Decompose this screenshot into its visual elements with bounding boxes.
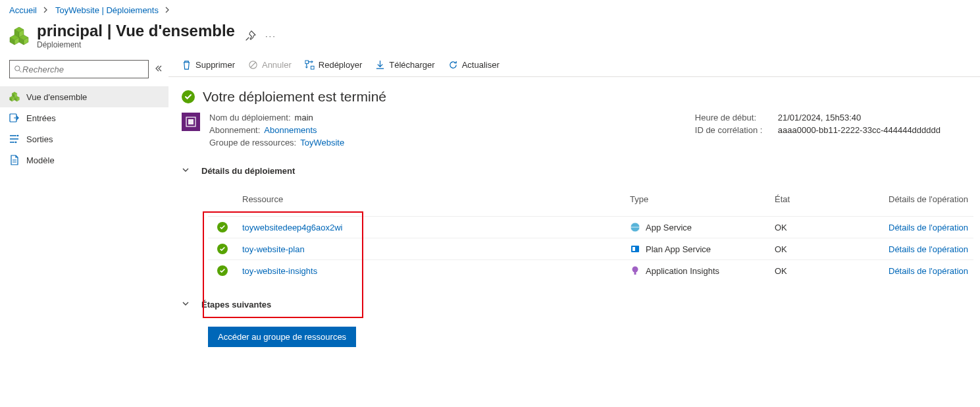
svg-point-25 — [15, 142, 17, 144]
delete-label: Supprimer — [195, 60, 235, 70]
deployment-table: Ressource Type État Détails de l'opérati… — [208, 188, 973, 281]
trash-icon — [182, 60, 192, 70]
redeploy-label: Redéployer — [319, 60, 363, 70]
sidebar-item-label: Sorties — [26, 134, 53, 144]
correlation-id-value: aaaa0000-bb11-2222-33cc-444444dddddd — [778, 125, 941, 135]
svg-rect-33 — [188, 119, 193, 124]
table-row: toy-website-plan Plan App Service OK Dét… — [208, 238, 973, 260]
svg-rect-36 — [632, 247, 635, 251]
subscription-link[interactable]: Abonnements — [264, 125, 317, 135]
resource-state: OK — [769, 260, 881, 282]
sidebar-item-overview[interactable]: Vue d'ensemble — [0, 86, 168, 107]
start-time-value: 21/01/2024, 15h53:40 — [778, 113, 862, 122]
resource-group-label: Groupe de ressources: — [209, 138, 296, 148]
resource-group-link[interactable]: ToyWebsite — [300, 138, 344, 148]
delete-button[interactable]: Supprimer — [182, 60, 235, 70]
deploy-name-value: main — [295, 113, 313, 122]
svg-rect-38 — [634, 272, 636, 275]
deployment-cubes-icon — [9, 92, 20, 102]
col-resource: Ressource — [237, 188, 625, 217]
chevron-down-icon[interactable] — [182, 166, 190, 176]
chevron-down-icon[interactable] — [182, 300, 190, 310]
deployment-cubes-icon — [9, 26, 29, 45]
redeploy-icon — [305, 60, 315, 70]
svg-point-37 — [632, 267, 638, 273]
operation-details-link[interactable]: Détails de l'opération — [889, 244, 968, 254]
collapse-sidebar-icon[interactable] — [154, 65, 162, 74]
resource-link[interactable]: toy-website-plan — [242, 244, 305, 254]
breadcrumb: Accueil ToyWebsite | Déploiements — [0, 0, 980, 19]
operation-details-link[interactable]: Détails de l'opération — [889, 223, 968, 232]
breadcrumb-deployments[interactable]: ToyWebsite | Déploiements — [55, 5, 159, 15]
redeploy-button[interactable]: Redéployer — [305, 60, 363, 70]
arm-template-icon — [182, 113, 200, 131]
download-label: Télécharger — [389, 60, 434, 70]
success-check-icon — [217, 244, 228, 254]
toolbar: Supprimer Annuler Redéployer Télécharger… — [168, 57, 980, 77]
cancel-icon — [248, 60, 258, 70]
sidebar: Vue d'ensemble Entrées Sorties Modèle — [0, 57, 168, 367]
go-to-resource-group-button[interactable]: Accéder au groupe de ressources — [208, 327, 356, 347]
inputs-icon — [9, 113, 20, 123]
col-type: Type — [625, 188, 769, 217]
outputs-icon — [9, 134, 20, 144]
svg-line-10 — [19, 70, 21, 72]
app-service-plan-icon — [630, 244, 640, 254]
resource-type: Plan App Service — [646, 244, 711, 254]
cancel-button: Annuler — [248, 60, 292, 70]
page-subtitle: Déploiement — [37, 40, 235, 49]
search-icon — [14, 65, 22, 74]
sidebar-item-outputs[interactable]: Sorties — [0, 128, 168, 149]
refresh-label: Actualiser — [462, 60, 500, 70]
resource-link[interactable]: toywebsitedeep4g6aox2wi — [242, 223, 343, 232]
template-icon — [9, 155, 20, 165]
sidebar-item-label: Modèle — [26, 155, 55, 165]
more-icon[interactable]: ··· — [265, 31, 276, 41]
table-row: toy-website-insights Application Insight… — [208, 260, 973, 282]
col-op: Détails de l'opération — [881, 188, 973, 217]
download-icon — [375, 60, 385, 70]
svg-point-9 — [15, 66, 20, 70]
resource-state: OK — [769, 238, 881, 260]
download-button[interactable]: Télécharger — [375, 60, 434, 70]
breadcrumb-home[interactable]: Accueil — [9, 5, 37, 15]
pin-icon[interactable] — [245, 30, 256, 41]
col-state: État — [769, 188, 881, 217]
success-check-icon — [217, 265, 228, 276]
sidebar-item-template[interactable]: Modèle — [0, 149, 168, 171]
resource-state: OK — [769, 217, 881, 238]
main-content: Supprimer Annuler Redéployer Télécharger… — [168, 57, 980, 367]
page-header: principal | Vue d'ensemble Déploiement ·… — [0, 19, 980, 57]
svg-rect-31 — [311, 66, 314, 69]
correlation-id-label: ID de corrélation : — [695, 125, 774, 135]
app-insights-icon — [630, 265, 640, 276]
svg-line-29 — [251, 63, 256, 68]
deploy-name-label: Nom du déploiement: — [209, 113, 291, 122]
page-title: principal | Vue d'ensemble — [37, 22, 235, 40]
sidebar-item-label: Vue d'ensemble — [26, 92, 87, 102]
svg-point-24 — [17, 135, 19, 137]
refresh-icon — [448, 60, 458, 70]
operation-details-link[interactable]: Détails de l'opération — [889, 266, 968, 276]
status-title: Votre déploiement est terminé — [203, 89, 386, 105]
resource-type: Application Insights — [646, 266, 719, 276]
subscription-label: Abonnement: — [209, 125, 260, 135]
resource-type: App Service — [646, 223, 692, 232]
chevron-right-icon — [165, 5, 170, 15]
svg-rect-30 — [305, 61, 309, 64]
app-service-icon — [630, 222, 640, 232]
start-time-label: Heure de début: — [695, 113, 774, 122]
search-box[interactable] — [9, 60, 149, 78]
next-steps-title: Étapes suivantes — [201, 300, 271, 310]
success-check-icon — [217, 222, 228, 232]
cancel-label: Annuler — [262, 60, 292, 70]
success-check-icon — [182, 90, 195, 103]
sidebar-item-label: Entrées — [26, 113, 56, 123]
refresh-button[interactable]: Actualiser — [448, 60, 500, 70]
resource-link[interactable]: toy-website-insights — [242, 266, 317, 276]
search-input[interactable] — [22, 65, 144, 74]
chevron-right-icon — [43, 5, 49, 15]
table-row: toywebsitedeep4g6aox2wi App Service OK D… — [208, 217, 973, 238]
sidebar-item-inputs[interactable]: Entrées — [0, 107, 168, 128]
deployment-details-title: Détails du déploiement — [201, 166, 295, 176]
